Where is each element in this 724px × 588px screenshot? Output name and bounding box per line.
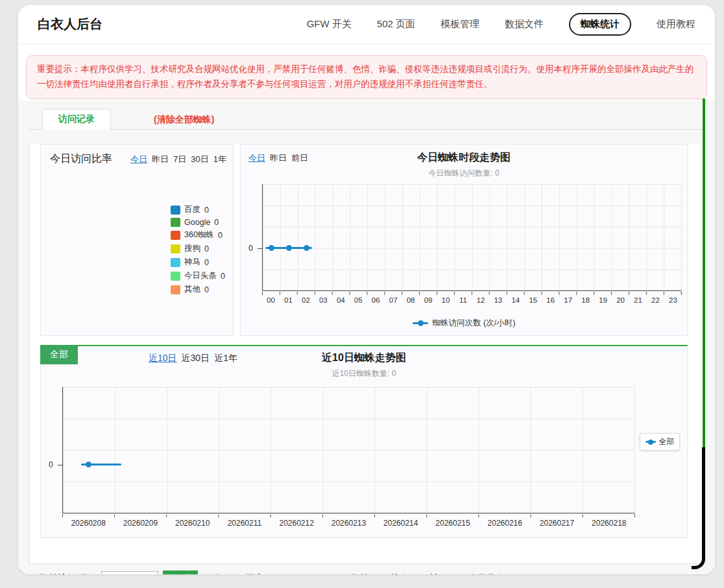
hourly-data-point-02 (304, 245, 309, 251)
legend-label: 百度 (184, 204, 200, 215)
warning-banner-wrap: 重要提示：本程序仅供学习、技术研究及合规网站优化使用，严禁用于任何赌博、色情、诈… (18, 44, 715, 99)
filter-shenma[interactable]: 神马(0) (429, 573, 459, 574)
line-series-marker (413, 322, 428, 324)
filter-google[interactable]: Google(0) (284, 573, 326, 574)
range-link-yesterday[interactable]: 昨日 (152, 154, 169, 165)
date-tick-label: 20260210 (167, 519, 219, 528)
hour-tick-label: 17 (559, 296, 577, 304)
hour-tick-label: 19 (594, 296, 612, 304)
page-title: 白衣人后台 (38, 16, 103, 33)
content-area: 访问记录 (清除全部蜘蛛) 今日访问比率 今日 昨日 7日 30日 1年 (18, 100, 715, 574)
nav-502-page[interactable]: 502 页面 (377, 18, 415, 30)
daily-x-labels: 2026020820260209202602102026021120260212… (62, 519, 635, 528)
pie-legend-item[interactable]: 今日头条 0 (171, 270, 225, 281)
pie-legend-item[interactable]: Google 0 (171, 218, 225, 227)
clear-all-spiders-link[interactable]: (清除全部蜘蛛) (154, 114, 214, 126)
hourly-y-zero-tick (258, 248, 262, 249)
daily-link-1y[interactable]: 近1年 (214, 353, 237, 364)
date-tick-label: 20260215 (427, 519, 479, 528)
pie-legend-item[interactable]: 神马 0 (171, 257, 225, 268)
top-charts-row: 今日访问比率 今日 昨日 7日 30日 1年 百度 (40, 144, 693, 336)
hour-link-today[interactable]: 今日 (248, 152, 265, 164)
hourly-x-ticks (262, 292, 682, 295)
hourly-data-point-00 (269, 245, 274, 251)
legend-color-swatch (171, 218, 180, 227)
legend-color-swatch (171, 206, 180, 215)
legend-color-swatch (171, 258, 180, 267)
all-spiders-button[interactable]: 全部 (40, 345, 78, 364)
date-input[interactable] (101, 571, 158, 575)
legend-color-swatch (171, 285, 180, 294)
legend-color-swatch (171, 231, 180, 240)
nav-data-files[interactable]: 数据文件 (505, 18, 544, 30)
hour-tick-label: 07 (385, 296, 402, 304)
range-link-1y[interactable]: 1年 (213, 154, 226, 165)
spider-detail-bar: 蜘蛛访问明细 查看 全部(0) 百度(0) Google(0) 360蜘蛛(0)… (40, 570, 704, 574)
hour-link-yesterday[interactable]: 昨日 (270, 152, 287, 164)
legend-label: 神马 (184, 257, 200, 268)
pie-legend-item[interactable]: 360蜘蛛 0 (171, 229, 225, 241)
filter-all[interactable]: 全部(0) (206, 573, 235, 574)
daily-data-point-20260208 (86, 462, 91, 467)
hour-tick-label: 09 (420, 296, 437, 304)
pie-legend-item[interactable]: 搜狗 0 (171, 243, 225, 254)
range-link-30d[interactable]: 30日 (191, 154, 208, 165)
legend-value: 0 (214, 218, 219, 227)
hourly-chart-subtitle: 今日蜘蛛访问数量: 0 (241, 168, 687, 179)
visit-ratio-panel: 今日访问比率 今日 昨日 7日 30日 1年 百度 (40, 144, 234, 336)
nav-tutorial[interactable]: 使用教程 (657, 18, 695, 30)
nav-spider-stats-active[interactable]: 蜘蛛统计 (569, 13, 631, 36)
hour-link-daybefore[interactable]: 前日 (291, 152, 308, 164)
hour-tick-label: 05 (350, 296, 367, 304)
date-tick-label: 20260211 (219, 519, 271, 528)
date-tick-label: 20260216 (479, 519, 531, 528)
legend-color-swatch (171, 272, 180, 281)
hourly-chart-legend[interactable]: 蜘蛛访问次数 (次/小时) (241, 318, 687, 329)
pie-legend-item[interactable]: 其他 0 (171, 284, 225, 295)
daily-chart-legend[interactable]: 全部 (640, 433, 680, 451)
top-nav: GFW 开关 502 页面 模板管理 数据文件 蜘蛛统计 使用教程 (307, 13, 695, 36)
line-series-marker (646, 441, 656, 443)
daily-link-10d[interactable]: 近10日 (149, 353, 177, 364)
view-button[interactable]: 查看 (163, 570, 198, 574)
daily-chart-title: 近10日蜘蛛走势图 (41, 351, 687, 365)
pie-legend-item[interactable]: 百度 0 (171, 204, 225, 215)
daily-chart-subtitle: 近10日蜘蛛数量: 0 (41, 368, 687, 379)
tab-visit-records[interactable]: 访问记录 (42, 109, 111, 130)
date-tick-label: 20260214 (375, 519, 427, 528)
hour-tick-label: 14 (507, 296, 524, 304)
filter-baidu[interactable]: 百度(0) (245, 573, 274, 574)
hour-tick-label: 22 (647, 296, 664, 304)
daily-y-zero-tick (58, 465, 62, 465)
legend-label: 其他 (184, 284, 200, 295)
hour-tick-label: 02 (297, 296, 315, 304)
daily-legend-label: 全部 (659, 436, 675, 447)
daily-chart-plot: 0 (62, 387, 635, 513)
daily-x-ticks (62, 514, 635, 517)
scroll-indicator-track (703, 99, 705, 447)
filter-sogou[interactable]: 搜狗(0) (391, 573, 420, 574)
filter-toutiao[interactable]: 今日头条(0) (468, 573, 516, 574)
nav-gfw-switch[interactable]: GFW 开关 (307, 18, 352, 30)
date-tick-label: 20260217 (531, 519, 583, 528)
scrollbar-thumb[interactable] (692, 447, 705, 569)
legend-value: 0 (204, 206, 209, 215)
date-tick-label: 20260218 (583, 519, 635, 528)
range-link-7d[interactable]: 7日 (173, 154, 186, 165)
legend-value: 0 (218, 231, 223, 240)
range-link-today[interactable]: 今日 (130, 154, 147, 165)
main-window: 白衣人后台 GFW 开关 502 页面 模板管理 数据文件 蜘蛛统计 使用教程 … (18, 5, 715, 574)
daily-y-zero-label: 0 (49, 460, 53, 469)
legend-value: 0 (204, 258, 209, 267)
filter-360[interactable]: 360蜘蛛(0) (337, 573, 381, 574)
legend-label: Google (184, 218, 210, 227)
legend-value: 0 (204, 285, 209, 294)
hour-tick-label: 12 (472, 296, 489, 304)
hourly-range-links: 今日 昨日 前日 (248, 152, 308, 164)
legend-value: 0 (221, 272, 225, 281)
legend-label: 搜狗 (184, 243, 200, 254)
nav-template-manage[interactable]: 模板管理 (440, 18, 479, 30)
visit-ratio-range-links: 今日 昨日 7日 30日 1年 (130, 154, 226, 165)
hourly-y-zero-label: 0 (248, 244, 253, 253)
daily-link-30d[interactable]: 近30日 (182, 353, 210, 364)
